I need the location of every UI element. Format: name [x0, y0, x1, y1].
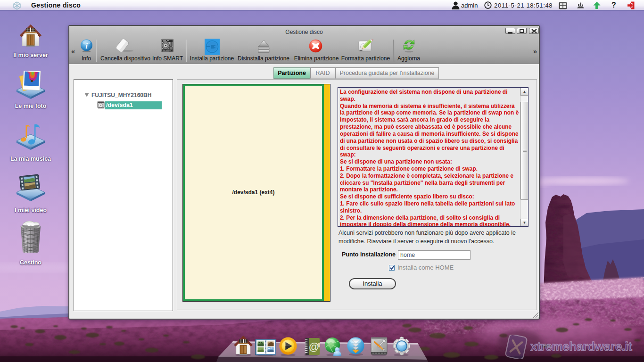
svg-text:i: i: [85, 41, 88, 50]
